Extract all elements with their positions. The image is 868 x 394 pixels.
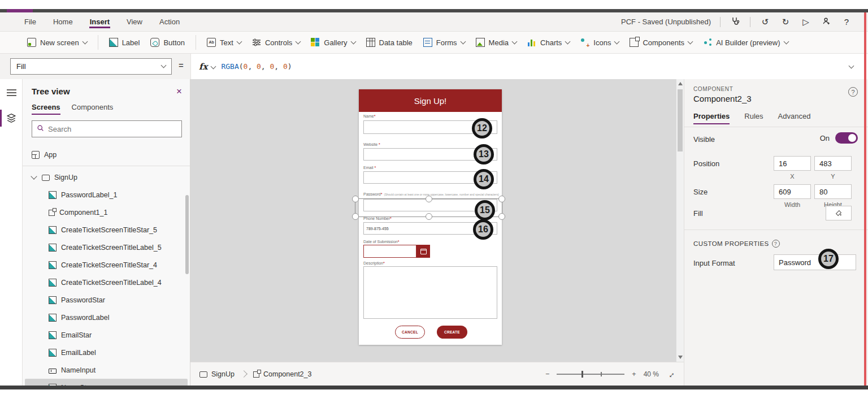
selection-handle[interactable] <box>352 213 359 220</box>
date-input[interactable] <box>363 245 416 258</box>
chevron-down-icon[interactable] <box>31 173 37 179</box>
tab-properties[interactable]: Properties <box>693 112 730 124</box>
chevron-down-icon <box>614 38 620 44</box>
tab-components[interactable]: Components <box>72 103 114 115</box>
help-icon[interactable]: ? <box>772 240 780 248</box>
app-checker-icon[interactable] <box>730 16 741 27</box>
website-label[interactable]: Website * <box>363 142 380 146</box>
tree-scrollbar-thumb[interactable] <box>185 195 189 274</box>
formula-text[interactable]: RGBA(0, 0, 0, 0) <box>221 62 292 71</box>
toolbar-controls[interactable]: Controls <box>252 38 300 47</box>
input-format-field[interactable] <box>774 254 856 270</box>
toolbar-charts[interactable]: Charts <box>527 38 570 47</box>
new-screen-icon <box>27 38 36 47</box>
search-input[interactable] <box>48 125 161 133</box>
tree-item-selected[interactable]: NameStar <box>25 379 188 386</box>
create-button[interactable]: CREATE <box>437 326 467 339</box>
date-label[interactable]: Date of Submission* <box>363 240 399 244</box>
canvas-scrollbar[interactable] <box>676 79 684 362</box>
breadcrumb-component2_3[interactable]: Component2_3 <box>253 370 311 378</box>
preview-play-icon[interactable]: ▷ <box>800 17 811 27</box>
hamburger-icon[interactable] <box>7 89 16 90</box>
tree-item[interactable]: CreateTicketScreenTitleStar_5 <box>23 221 190 239</box>
toolbar-new-screen[interactable]: New screen <box>27 38 87 47</box>
tree-search-box[interactable] <box>32 120 182 137</box>
tree-item[interactable]: EmailLabel <box>23 344 190 361</box>
toolbar-media[interactable]: Media <box>476 38 517 47</box>
selected-component-name: Component2_3 <box>693 94 752 103</box>
size-height-input[interactable] <box>814 184 852 199</box>
name-label[interactable]: Name* <box>363 114 375 118</box>
tab-rules[interactable]: Rules <box>744 112 763 124</box>
tree-item[interactable]: EmailStar <box>23 326 190 344</box>
chevron-down-icon[interactable] <box>849 63 854 69</box>
scroll-up-icon[interactable] <box>678 82 683 85</box>
tab-advanced[interactable]: Advanced <box>778 112 811 124</box>
toolbar-data-table[interactable]: Data table <box>366 38 413 47</box>
fill-color-button[interactable] <box>826 206 852 220</box>
zoom-slider-thumb[interactable] <box>581 371 583 378</box>
tree-item[interactable]: PasswordStar <box>23 291 190 309</box>
tree-item[interactable]: NameInput <box>23 361 190 379</box>
tree-item-signup[interactable]: SignUp <box>23 168 190 186</box>
form-header[interactable]: Sign Up! <box>359 89 502 112</box>
formula-input-area[interactable]: fx RGBA(0, 0, 0, 0) <box>190 54 868 79</box>
date-picker-button[interactable] <box>416 245 430 258</box>
tab-screens[interactable]: Screens <box>32 103 60 115</box>
tree-item[interactable]: CreateTicketScreenTitleLabel_5 <box>23 239 190 256</box>
undo-icon[interactable]: ↺ <box>760 17 771 27</box>
zoom-in-icon[interactable]: + <box>632 370 636 378</box>
zoom-slider[interactable] <box>557 374 624 375</box>
toolbar-label-btn[interactable]: Label <box>109 38 140 47</box>
tree-item[interactable]: PasswordLabel_1 <box>23 186 190 204</box>
menu-view[interactable]: View <box>126 15 143 28</box>
menu-insert[interactable]: Insert <box>89 15 110 28</box>
chevron-down-icon <box>512 38 518 44</box>
fit-to-window-icon[interactable]: ↔ <box>664 367 677 380</box>
window-bottom-strip <box>0 386 868 389</box>
toolbar-icons[interactable]: Icons <box>580 38 619 47</box>
position-x-input[interactable] <box>774 156 811 171</box>
breadcrumb-signup[interactable]: SignUp <box>199 370 235 378</box>
tree-item[interactable]: Component1_1 <box>23 204 190 221</box>
position-y-input[interactable] <box>814 156 852 171</box>
menu-home[interactable]: Home <box>53 15 73 28</box>
zoom-out-icon[interactable]: − <box>545 370 549 378</box>
email-label[interactable]: Email * <box>363 166 376 170</box>
canvas-scrollbar-thumb[interactable] <box>678 89 683 151</box>
visible-toggle[interactable] <box>835 132 858 144</box>
data-table-icon <box>366 38 375 47</box>
design-canvas[interactable]: Sign Up! Name* Website * Email * Passwor… <box>190 79 684 362</box>
cancel-button[interactable]: CANCEL <box>395 326 425 339</box>
size-width-input[interactable] <box>774 184 811 199</box>
password-label[interactable]: Password*(Should contain at least one or… <box>363 192 499 196</box>
toolbar-button-btn[interactable]: Button <box>150 38 185 47</box>
share-person-icon[interactable] <box>821 17 832 27</box>
toolbar-label: Button <box>163 38 185 47</box>
scroll-down-icon[interactable] <box>678 356 683 359</box>
toolbar-forms[interactable]: Forms <box>423 38 465 47</box>
tree-item-app[interactable]: App <box>23 146 190 163</box>
toolbar-components[interactable]: Components <box>630 38 692 47</box>
redo-icon[interactable]: ↻ <box>780 17 791 27</box>
close-icon[interactable]: × <box>176 86 182 96</box>
help-icon[interactable]: ? <box>848 87 858 97</box>
tree-item[interactable]: PasswordLabel <box>23 309 190 326</box>
toolbar-text[interactable]: Ab Text <box>207 38 241 47</box>
menu-file[interactable]: File <box>24 15 37 28</box>
menu-action[interactable]: Action <box>159 15 180 28</box>
tree-item[interactable]: CreateTicketScreenTitleLabel_4 <box>23 274 190 291</box>
description-label[interactable]: Description* <box>363 261 385 265</box>
tree-view-rail-icon[interactable] <box>0 109 23 128</box>
toolbar-ai-builder[interactable]: AI Builder (preview) <box>703 38 788 47</box>
property-selector[interactable]: Fill <box>10 58 172 75</box>
divider <box>98 35 98 50</box>
phone-label[interactable]: Phone Number* <box>363 217 392 220</box>
formula-token: ) <box>288 62 292 71</box>
app-root: File Home Insert View Action PCF - Saved… <box>0 0 868 394</box>
description-textarea[interactable] <box>363 266 497 319</box>
help-icon[interactable]: ? <box>841 17 852 27</box>
tree-item[interactable]: CreateTicketScreenTitleStar_4 <box>23 256 190 274</box>
selection-handle[interactable] <box>352 196 359 202</box>
toolbar-gallery[interactable]: Gallery <box>311 38 355 47</box>
